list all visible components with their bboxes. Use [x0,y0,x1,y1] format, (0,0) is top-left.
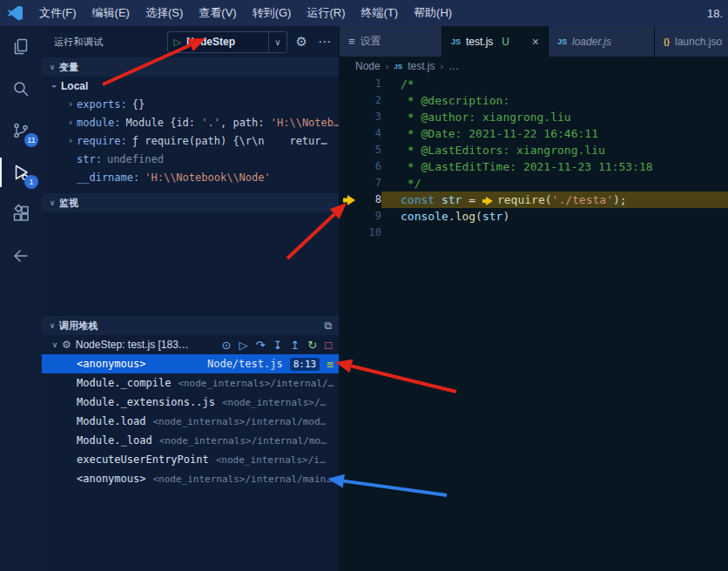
gutter-spacer [381,76,401,92]
chevron-right-icon: › [441,61,444,71]
code-token: */ [401,177,421,190]
variable-row[interactable]: ›module:Module {id: '.', path: 'H:\\Note… [42,113,339,131]
menu-item[interactable]: 选择(S) [138,0,191,26]
variable-row[interactable]: __dirname:'H:\\Notebook\\Node' [42,168,339,186]
activity-item-extensions[interactable] [0,193,42,235]
menu-item[interactable]: 运行(R) [299,0,353,26]
gutter-spacer [381,109,401,125]
debug-session-icon: ⚙ [62,339,71,351]
code-line[interactable]: 4 * @Date: 2021-11-22 16:46:11 [340,125,728,142]
menu-item[interactable]: 帮助(H) [406,0,460,26]
stack-frame-row[interactable]: Module._load<node_internals>/internal/mo… [42,431,339,450]
variable-row[interactable]: str:undefined [42,150,339,168]
tab-label: loader.js [572,36,611,48]
activity-item-back[interactable] [0,235,42,277]
menu-item[interactable]: 查看(V) [191,0,244,26]
variable-value: Module {id: [126,117,202,129]
variables-section-header[interactable]: ∨ 变量 [42,57,339,77]
activity-item-explorer[interactable] [0,26,42,68]
breakpoint-gutter[interactable] [340,76,359,92]
continue-icon[interactable]: ▷ [239,339,248,352]
code-token: = [468,193,482,206]
code-line[interactable]: 6 * @LastEditTime: 2021-11-23 11:53:18 [340,158,728,175]
debug-session-row[interactable]: ∨ ⚙ NodeStep: test.js [183… ⊙ ▷ ↷ ↧ ↥ ↻ … [42,335,339,354]
stack-frame-row[interactable]: executeUserEntryPoint<node_internals>/i… [42,450,339,469]
menu-item[interactable]: 编辑(E) [84,0,138,26]
variable-row[interactable]: ›exports:{} [42,95,339,113]
stack-frame-row[interactable]: Module._extensions..js<node_internals>/… [42,393,339,412]
scope-row-local[interactable]: › Local [42,77,339,95]
stack-frame-row[interactable]: Module._compile<node_internals>/internal… [42,373,339,393]
editor-tab[interactable]: JStest.jsU× [442,26,549,57]
chevron-down-icon[interactable]: ∨ [268,32,286,52]
titlebar-clock: 18. [707,7,728,20]
callstack-frames: <anonymous>Node/test.js8:13≡Module._comp… [42,354,339,488]
step-out-icon[interactable]: ↥ [290,339,300,352]
code-text: const str = require('./testa'); [401,191,728,208]
stack-frame-row[interactable]: <anonymous>Node/test.js8:13≡ [42,354,339,373]
callstack-section-header[interactable]: ∨ 调用堆栈 ⧉ [42,316,339,335]
editor-tab[interactable]: ≡设置 [340,26,442,57]
code-line[interactable]: 9console.log(str) [340,208,728,225]
code-line[interactable]: 10 [340,225,728,241]
gutter-spacer [381,208,401,225]
json-file-icon: {} [664,37,670,46]
activity-item-search[interactable] [0,68,42,110]
menu-item[interactable]: 终端(T) [353,0,406,26]
stack-frame-row[interactable]: Module.load<node_internals>/internal/mod… [42,412,339,431]
js-file-icon: JS [557,37,567,46]
stop-icon[interactable]: □ [325,339,332,352]
close-icon[interactable]: × [525,35,539,49]
title-bar: 文件(F)编辑(E)选择(S)查看(V)转到(G)运行(R)终端(T)帮助(H)… [0,0,728,26]
code-lines: 1/*2 * @description: 3 * @author: xiangr… [340,76,728,241]
breakpoint-gutter[interactable] [340,175,359,191]
restart-icon[interactable]: ↻ [307,339,317,352]
code-line[interactable]: 5 * @LastEditors: xiangrong.liu [340,142,728,158]
step-over-icon[interactable]: ↷ [256,339,266,352]
activity-item-run-debug[interactable]: 1 [0,151,42,193]
breadcrumb-file[interactable]: test.js [408,60,435,72]
variable-value: undefined [107,153,164,165]
launch-config-select[interactable]: ▷ NodeStep ∨ [167,31,287,53]
code-line[interactable]: 3 * @author: xiangrong.liu [340,109,728,125]
code-token: * @LastEditors: xiangrong.liu [401,144,605,157]
back-arrow-icon [10,245,31,266]
editor-area: ≡设置JStest.jsU×JSloader.js{}launch.jso No… [340,26,728,571]
code-line[interactable]: 1/* [340,76,728,92]
breadcrumb-root[interactable]: Node [355,60,381,72]
code-text: console.log(str) [401,208,728,225]
start-debug-icon[interactable]: ▷ [174,37,181,48]
menu-item[interactable]: 转到(G) [245,0,300,26]
breakpoint-gutter[interactable] [340,225,359,241]
menu-item[interactable]: 文件(F) [31,0,84,26]
gear-icon[interactable]: ⚙ [296,34,307,50]
code-line[interactable]: 2 * @description: [340,92,728,109]
open-panel-icon[interactable]: ⧉ [324,319,332,332]
vscode-window: 文件(F)编辑(E)选择(S)查看(V)转到(G)运行(R)终端(T)帮助(H)… [0,0,728,571]
editor-tab[interactable]: JSloader.js [549,26,655,57]
breakpoint-gutter[interactable] [340,92,359,109]
variable-row[interactable]: ›require:ƒ require(path) {\r\n retur… [42,131,339,150]
breakpoint-gutter[interactable] [340,142,359,158]
activity-item-source-control[interactable]: 11 [0,110,42,151]
code-line[interactable]: 8const str = require('./testa'); [340,191,728,208]
scope-label: Local [61,80,88,92]
breadcrumb-tail[interactable]: … [448,60,459,72]
breakpoint-gutter[interactable] [340,191,359,208]
more-actions-icon[interactable]: ⋯ [318,34,332,50]
watch-section-header[interactable]: ∨ 监视 [42,193,339,212]
stack-frame-row[interactable]: <anonymous><node_internals>/internal/mai… [42,469,339,488]
pause-circle-icon[interactable]: ⊙ [222,339,232,352]
code-token: const [401,193,442,206]
breakpoint-gutter[interactable] [340,125,359,142]
vscode-logo-icon [8,6,23,21]
variable-name: __dirname: [77,171,139,184]
breakpoint-gutter[interactable] [340,109,359,125]
step-into-icon[interactable]: ↧ [273,339,282,352]
editor-tab[interactable]: {}launch.jso [655,26,728,57]
code-line[interactable]: 7 */ [340,175,728,191]
variable-value: '.' [201,117,220,129]
breakpoint-gutter[interactable] [340,158,359,175]
frame-location: <node_internals>/internal/mod… [152,416,326,427]
breakpoint-gutter[interactable] [340,208,359,225]
